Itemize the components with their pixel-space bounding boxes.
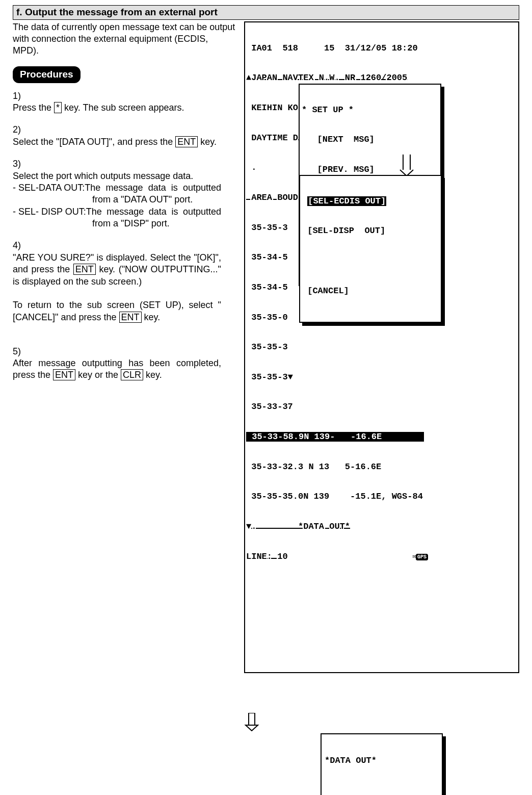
ent-key: ENT [175,136,198,147]
step-5-post: key. [143,370,162,380]
footer-1: . *DATA OUT* [251,522,350,531]
ent-key-4b: ENT [119,312,142,323]
intro-text-2: with connection the external equipment (… [13,33,236,57]
scroll-down-icon: ▼ [246,522,251,531]
section-title: f. Output the message from an external p… [16,7,218,17]
screen-header: IA01 518 15 31/12/05 18:20 [246,43,518,54]
arrow-down-icon-2 [244,713,519,731]
step-5-mid: key or the [75,370,121,380]
menu-next-msg[interactable]: [NEXT MSG] [302,135,433,145]
confirm-dialog: *DATA OUT* ARE YOU SURE? [OK] [CANCEL] [321,733,443,795]
svg-rect-4 [249,713,255,725]
step-4b-pre: To return to the sub screen (SET UP), se… [13,300,221,322]
dataout-popup: [SEL-ECDIS OUT] [SEL-DISP OUT] [CANCEL] [299,175,442,323]
spacer [302,256,434,266]
intro-text-1: The data of currently open message text … [13,21,236,33]
ent-key-5: ENT [53,369,75,380]
step-2-post: key. [198,137,217,147]
section-header: f. Output the message from an external p… [13,5,519,20]
dialog1-title: *DATA OUT* [325,756,439,766]
menu-sel-disp-out[interactable]: [SEL-DISP OUT] [302,226,434,236]
procedures-label: Procedures [13,66,81,83]
coord-9: 35-33-32.3 N 13 5-16.6E [246,462,518,472]
svg-rect-1 [403,155,410,175]
menu-cancel[interactable]: [CANCEL] [302,286,434,296]
clr-key-5: CLR [121,369,143,380]
step-1: 1) Press the * key. The sub screen appea… [13,90,236,114]
spacer [325,786,439,795]
step-1-post: key. The sub screen appears. [62,102,184,113]
sel-data-out-text1: The message data is outputted [85,182,221,194]
step-3-num: 3) [13,158,26,170]
sel-disp-out-text2: from a "DISP" port. [13,218,221,229]
step-5-num: 5) [13,346,26,357]
mail-icon: ✉ [412,553,416,560]
scroll-up-icon: ▲ [246,73,251,83]
ent-key-4a: ENT [73,264,96,275]
arrow-down-icon [357,145,414,188]
step-4-num: 4) [13,240,26,251]
coord-8-highlighted: 35-33-58.9N 139- -16.6E [246,432,424,442]
main-screen: IA01 518 15 31/12/05 18:20 ▲JAPAN NAVTEX… [244,21,519,674]
coord-10: 35-35-35.0N 139 -15.1E, WGS-84 [246,492,518,502]
asterisk-key: * [54,102,62,113]
step-3-a: Select the port which outputs message da… [13,171,193,181]
step-1-pre: Press the [13,102,54,113]
step-1-num: 1) [13,90,26,102]
step-4: 4) "ARE YOU SURE?" is displayed. Select … [13,240,236,323]
step-2-num: 2) [13,124,26,136]
step-5: 5) After message outputting has been com… [13,346,236,381]
coord-5: 35-35-3 [246,342,518,352]
footer-2a: LINE: 10 [246,552,288,561]
svg-marker-5 [246,725,258,731]
step-2: 2) Select the "[DATA OUT]", and press th… [13,124,236,148]
menu-sel-ecdis-out[interactable]: [SEL-ECDIS OUT] [302,196,434,207]
gps-indicator: GPS [416,554,428,561]
msg-line-1: JAPAN NAVTEX N.W. NR 1260/2005 [251,73,407,83]
coord-7: 35-33-37 [246,402,518,412]
sel-data-out-label: - SEL-DATA OUT: [13,182,85,194]
sel-data-out-text2: from a "DATA OUT" port. [13,194,221,206]
footer-spacer [288,552,413,561]
step-3: 3) Select the port which outputs message… [13,158,236,229]
step-4b-post: key. [142,312,161,322]
scroll-down-marker-icon: ▼ [288,372,293,382]
sel-disp-out-label: - SEL- DISP OUT: [13,206,86,218]
coord-6: 35-35-3▼ [246,372,518,382]
setup-title: * SET UP * [302,105,433,115]
sel-disp-out-text1: The message data is outputted [86,206,221,218]
step-2-pre: Select the "[DATA OUT]", and press the [13,137,175,147]
